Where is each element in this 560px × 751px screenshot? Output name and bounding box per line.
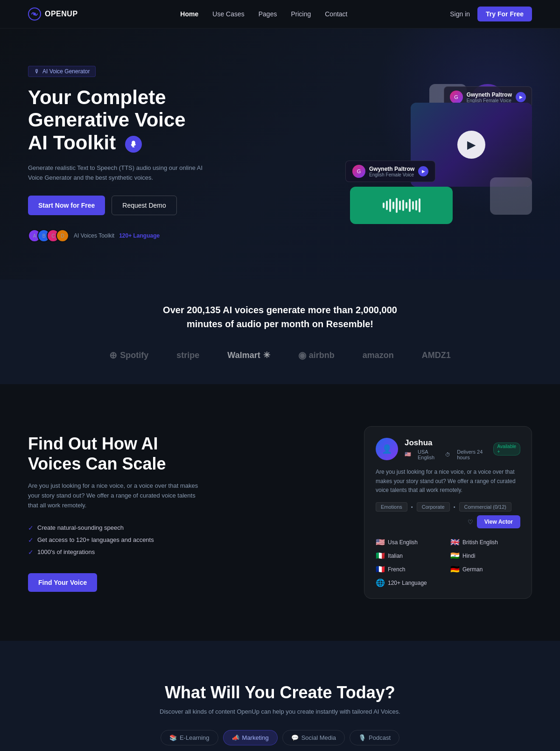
lang-usa: 🇺🇸 Usa English (376, 538, 446, 547)
check-icon-3: ✓ (28, 548, 34, 556)
lang-name-more: 120+ Language (388, 580, 427, 586)
flag-british: 🇬🇧 (450, 538, 460, 547)
voice-avatar-4: D (56, 229, 69, 242)
stats-section: Over 200,135 AI voices generate more tha… (0, 280, 560, 384)
brand-airbnb: ◉ airbnb (298, 350, 335, 361)
logo-icon (28, 7, 41, 21)
start-now-button[interactable]: Start Now for Free (28, 196, 105, 215)
logo-text: OPENUP (45, 10, 78, 18)
scale-content: Find Out How AI Voices Can Scale Are you… (28, 434, 205, 592)
logo[interactable]: OPENUP (28, 7, 78, 21)
flag-usa: 🇺🇸 (405, 451, 411, 457)
tab-social-label: Social Media (301, 734, 336, 741)
tab-social-media[interactable]: 💬 Social Media (282, 730, 345, 745)
check-icon-1: ✓ (28, 524, 34, 532)
feature-item-3: ✓ 1000's of integrations (28, 546, 205, 558)
flag-more: 🌐 (376, 578, 385, 587)
voice-card-desc: Are you just looking for a nice voice, o… (376, 468, 520, 495)
nav-links: Home Use Cases Pages Pricing Contact (180, 10, 347, 18)
airbnb-icon: ◉ (298, 350, 306, 361)
wave-bar-5 (396, 198, 398, 213)
lang-name-german: German (462, 566, 483, 573)
create-title: What Will You Create Today? (28, 683, 532, 702)
hero-content: 🎙 AI Voice Generator Your Complete Gener… (28, 66, 205, 242)
flag-french: 🇫🇷 (376, 565, 385, 574)
available-badge: Available + (493, 442, 520, 456)
tab-elearning-icon: 📚 (169, 734, 177, 741)
walmart-star: ✳ (263, 350, 270, 360)
card-play-icon: ▶ (457, 131, 485, 159)
nav-use-cases[interactable]: Use Cases (212, 10, 244, 18)
tab-marketing-icon: 📣 (232, 734, 239, 741)
brand-logos: ⊕ Spotify stripe Walmart ✳ ◉ airbnb amaz… (28, 350, 532, 361)
tab-podcast[interactable]: 🎙️ Podcast (350, 730, 399, 745)
voice-play-button-top[interactable]: ▶ (516, 92, 526, 102)
try-free-button[interactable]: Try For Free (477, 7, 532, 21)
tab-elearning[interactable]: 📚 E-Learning (161, 730, 218, 745)
hero-voices: A B C D AI Voices Toolkit 120+ Language (28, 229, 205, 242)
title-icon (125, 136, 142, 153)
feature-list: ✓ Create natural-sounding speech ✓ Get a… (28, 522, 205, 558)
brand-amd: AMDZ1 (422, 351, 451, 360)
lang-german: 🇩🇪 German (450, 565, 520, 574)
flag-hindi: 🇮🇳 (450, 551, 460, 560)
hero-waveform-card (350, 187, 453, 224)
voices-count: 120+ Language (119, 232, 160, 239)
amd-label: AMDZ1 (422, 351, 451, 360)
wave-bar-10 (412, 201, 414, 210)
brand-stripe: stripe (176, 351, 199, 360)
nav-contact[interactable]: Contact (325, 10, 347, 18)
tag-corporate: Corporate (417, 502, 450, 512)
nav-home[interactable]: Home (180, 10, 198, 18)
lang-name-french: French (388, 566, 405, 573)
voices-toolkit-label: AI Voices Toolkit (74, 232, 114, 239)
tab-marketing-label: Marketing (242, 734, 269, 741)
language-flags-grid: 🇺🇸 Usa English 🇬🇧 British English 🇮🇹 Ita… (376, 538, 520, 587)
request-demo-button[interactable]: Request Demo (112, 196, 176, 215)
signin-button[interactable]: Sign in (450, 10, 470, 18)
voice-card-header: 👤 Joshua 🇺🇸 USA English ⏱ Delivers 24 ho… (376, 438, 520, 460)
lang-more: 🌐 120+ Language (376, 578, 446, 587)
lang-name-british: British English (462, 539, 498, 546)
scale-title: Find Out How AI Voices Can Scale (28, 434, 205, 474)
lang-british: 🇬🇧 British English (450, 538, 520, 547)
walmart-label: Walmart (227, 351, 260, 360)
view-actor-button[interactable]: View Actor (477, 515, 520, 528)
find-voice-button[interactable]: Find Your Voice (28, 573, 97, 592)
lang-name-italian: Italian (388, 553, 403, 559)
voice-info: Gwyneth Paltrow English Female Voice (467, 91, 512, 103)
voice-card-avatar: 👤 (376, 438, 398, 460)
tag-commercial: Commercial (0/12) (459, 502, 511, 512)
voice-name-top: Gwyneth Paltrow (467, 91, 512, 98)
nav-pages[interactable]: Pages (259, 10, 277, 18)
wave-bar-1 (383, 203, 385, 208)
hero-voice-card-bottom: G Gwyneth Paltrow English Female Voice ▶ (345, 161, 435, 182)
voice-play-button-bottom[interactable]: ▶ (418, 166, 428, 176)
feature-item-2: ✓ Get access to 120+ languages and accen… (28, 534, 205, 546)
create-tabs: 📚 E-Learning 📣 Marketing 💬 Social Media … (28, 730, 532, 745)
badge-label: AI Voice Generator (42, 68, 90, 75)
tag-sep-2: • (454, 504, 455, 510)
tab-social-icon: 💬 (291, 734, 299, 741)
nav-actions: Sign in Try For Free (450, 7, 532, 21)
lang-french: 🇫🇷 French (376, 565, 446, 574)
hero-actions: Start Now for Free Request Demo (28, 196, 205, 215)
voice-mini-avatar: G (450, 91, 463, 104)
voice-sub-bottom: English Female Voice (369, 172, 414, 177)
scale-section: Find Out How AI Voices Can Scale Are you… (0, 384, 560, 641)
create-section: What Will You Create Today? Discover all… (0, 641, 560, 751)
tab-marketing[interactable]: 📣 Marketing (223, 730, 278, 745)
badge-icon: 🎙 (34, 68, 40, 75)
brand-walmart: Walmart ✳ (227, 350, 270, 360)
wave-bar-8 (406, 202, 407, 209)
heart-icon[interactable]: ♡ (468, 519, 473, 526)
flag-usa-lg: 🇺🇸 (376, 538, 385, 547)
wave-bar-6 (399, 201, 401, 210)
nav-pricing[interactable]: Pricing (291, 10, 311, 18)
wave-bar-7 (402, 200, 404, 211)
brand-amazon: amazon (363, 351, 394, 360)
lang-italian: 🇮🇹 Italian (376, 551, 446, 560)
create-description: Discover all kinds of content OpenUp can… (28, 708, 532, 715)
airbnb-label: airbnb (309, 351, 335, 360)
voice-mini-avatar-2: G (352, 165, 365, 178)
